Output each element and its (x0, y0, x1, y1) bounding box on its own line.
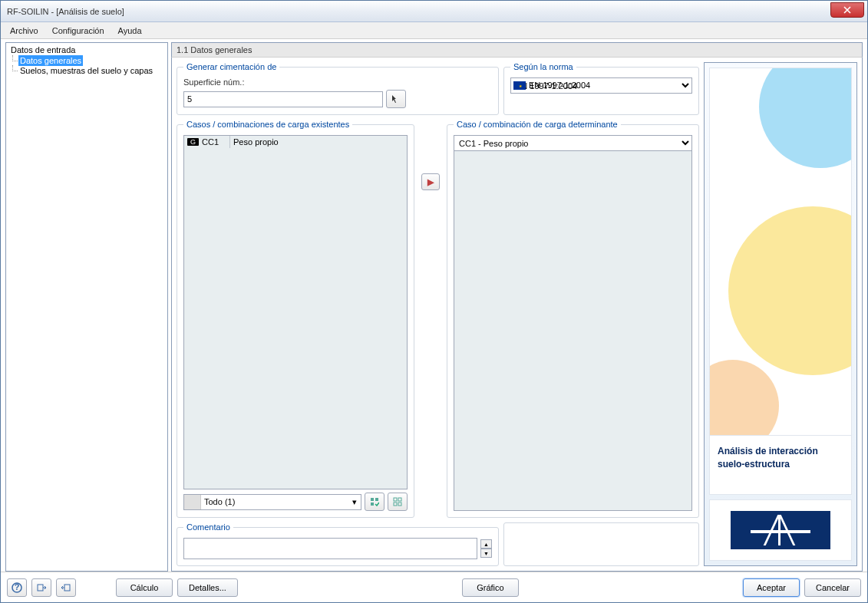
group-generar-cimentacion: Generar cimentación de Superficie núm.: (177, 62, 499, 115)
select-determinante[interactable]: CC1 - Peso propio (454, 135, 692, 151)
input-comentario[interactable] (183, 538, 477, 559)
tree-root[interactable]: Datos de entrada (9, 44, 164, 55)
load-type-badge: G (187, 138, 199, 146)
select-all-button[interactable] (365, 493, 384, 511)
menu-configuracion[interactable]: Configuración (46, 24, 111, 38)
export-button[interactable] (56, 578, 76, 597)
menu-ayuda[interactable]: Ayuda (112, 24, 148, 38)
navigation-tree: Datos de entrada Datos generales Suelos,… (5, 42, 168, 572)
tree-item-suelos[interactable]: Suelos, muestras del suelo y capas (18, 65, 154, 76)
filter-swatch (184, 495, 201, 509)
case-code: CC1 (202, 137, 219, 147)
chevron-down-icon[interactable]: ▾ (348, 497, 361, 507)
comment-spin-down[interactable]: ▼ (480, 549, 492, 558)
aceptar-button[interactable]: Aceptar (743, 578, 800, 597)
app-window: RF-SOILIN - [Análisis de suelo] Archivo … (0, 0, 868, 603)
svg-rect-0 (371, 498, 374, 501)
legend-norma: Según la norma (510, 62, 576, 71)
group-caso-determinante: Caso / combinación de carga determinante… (447, 120, 699, 518)
filter-text: Todo (1) (201, 497, 348, 506)
legend-determinante: Caso / combinación de carga determinante (454, 120, 621, 129)
svg-rect-4 (398, 498, 401, 501)
svg-rect-3 (394, 498, 397, 501)
window-title: RF-SOILIN - [Análisis de suelo] (4, 7, 124, 16)
brand-name: RF-SOILIN (709, 290, 713, 427)
brand-graphic: RF-SOILIN (709, 68, 852, 436)
group-norma: Según la norma EN 1997-1:2004 EN 1997-1:… (503, 62, 699, 115)
footer-toolbar: ? Cálculo Detalles... Gráfico Aceptar Ca… (1, 572, 867, 602)
import-button[interactable] (31, 578, 51, 597)
calculo-button[interactable]: Cálculo (116, 578, 173, 597)
svg-text:?: ? (15, 582, 20, 591)
svg-rect-1 (375, 498, 378, 501)
label-superficie: Superficie núm.: (183, 77, 492, 87)
legend-comentario: Comentario (183, 522, 233, 532)
menubar: Archivo Configuración Ayuda (1, 22, 867, 39)
close-button[interactable] (830, 2, 864, 18)
brand-description: Análisis de interacción suelo-estructura (709, 436, 852, 495)
select-norma[interactable]: EN 1997-1:2004 (510, 77, 692, 94)
titlebar[interactable]: RF-SOILIN - [Análisis de suelo] (1, 1, 867, 22)
legend-casos: Casos / combinaciones de carga existente… (183, 120, 352, 129)
list-item[interactable]: G CC1 Peso propio (184, 136, 407, 148)
svg-rect-2 (371, 502, 374, 506)
legend-generar: Generar cimentación de (183, 62, 279, 71)
detalles-button[interactable]: Detalles... (177, 578, 238, 597)
transfer-right-button[interactable]: ▶ (421, 173, 440, 190)
cancelar-button[interactable]: Cancelar (804, 578, 861, 597)
group-empty (503, 522, 699, 566)
eu-flag-icon (513, 81, 526, 90)
group-casos-existentes: Casos / combinaciones de carga existente… (177, 120, 414, 518)
svg-rect-10 (64, 585, 70, 591)
side-panel: RF-SOILIN Análisis de interacción suelo-… (704, 62, 857, 566)
cases-list[interactable]: G CC1 Peso propio (183, 135, 408, 489)
deselect-all-button[interactable] (388, 493, 408, 511)
grafico-button[interactable]: Gráfico (462, 578, 519, 597)
menu-archivo[interactable]: Archivo (4, 24, 45, 38)
panel-header: 1.1 Datos generales (171, 42, 863, 58)
pick-surface-button[interactable] (386, 90, 406, 108)
case-desc: Peso propio (230, 136, 407, 148)
tree-item-datos-generales[interactable]: Datos generales (18, 55, 83, 66)
comment-spin-up[interactable]: ▲ (480, 539, 492, 549)
help-button[interactable]: ? (7, 578, 27, 597)
filter-select[interactable]: Todo (1) ▾ (183, 494, 361, 510)
svg-rect-5 (394, 502, 397, 506)
svg-rect-6 (398, 502, 401, 506)
group-comentario: Comentario ▲ ▼ (177, 522, 499, 566)
input-superficie[interactable] (183, 91, 383, 107)
company-logo (709, 499, 852, 561)
svg-rect-9 (38, 585, 43, 591)
determinante-body (454, 151, 692, 511)
